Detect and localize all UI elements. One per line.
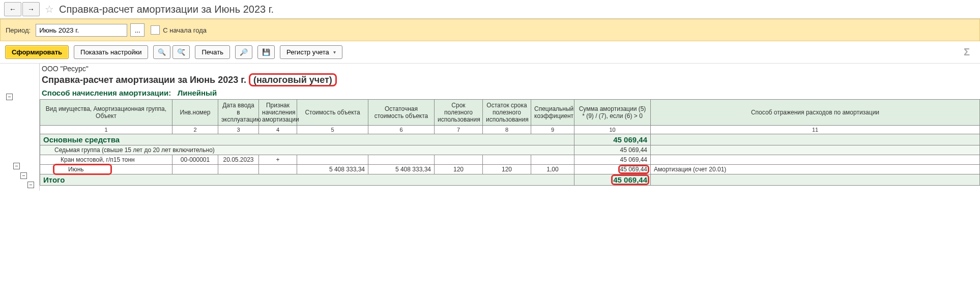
search-icon: 🔍 bbox=[158, 48, 166, 56]
nav-forward-button[interactable]: → bbox=[22, 2, 40, 16]
favorite-star-icon[interactable]: ☆ bbox=[45, 3, 54, 15]
arrow-left-icon: ← bbox=[9, 5, 16, 13]
outline-toggle[interactable]: − bbox=[13, 163, 20, 169]
outline-toggle[interactable]: − bbox=[27, 182, 34, 188]
col-header: Остаток срока полезного использования bbox=[483, 100, 531, 126]
search-next-button[interactable]: 🔍̃ bbox=[172, 45, 190, 59]
col-header: Стоимость объекта bbox=[297, 100, 368, 126]
col-header: Остаточная стоимость объекта bbox=[368, 100, 435, 126]
col-header: Способ отражения расходов по амортизации bbox=[651, 100, 980, 126]
period-picker-button[interactable]: ... bbox=[130, 23, 145, 37]
preview-icon: 🔎 bbox=[240, 48, 248, 56]
total-highlight: 45 069,44 bbox=[613, 175, 647, 184]
table-row[interactable]: Июнь 5 408 333,34 5 408 333,34 120 120 1… bbox=[40, 165, 980, 174]
col-header: Признак начисления амортизации bbox=[259, 100, 297, 126]
show-settings-button[interactable]: Показать настройки bbox=[74, 45, 148, 59]
method-label: Способ начисления амортизации: bbox=[42, 88, 171, 97]
from-year-start-checkbox[interactable] bbox=[151, 25, 160, 35]
method-value: Линейный bbox=[178, 88, 217, 97]
table-row[interactable]: Седьмая группа (свыше 15 лет до 20 лет в… bbox=[40, 145, 980, 155]
table-row[interactable]: Основные средства 45 069,44 bbox=[40, 134, 980, 145]
chevron-down-icon: ▾ bbox=[333, 49, 336, 55]
period-input[interactable] bbox=[36, 24, 127, 37]
period-label: Период: bbox=[6, 26, 31, 34]
print-button[interactable]: Печать bbox=[195, 45, 230, 59]
search-button[interactable]: 🔍 bbox=[153, 45, 170, 59]
arrow-right-icon: → bbox=[27, 5, 35, 13]
col-header: Сумма амортизации (5) * (9) / (7), если … bbox=[574, 100, 651, 126]
nav-back-button[interactable]: ← bbox=[4, 2, 21, 16]
search-next-icon: 🔍̃ bbox=[177, 48, 185, 56]
outline-toggle[interactable]: − bbox=[6, 94, 13, 100]
sum-highlight: 45 069,44 bbox=[620, 166, 647, 173]
col-header: Вид имущества, Амортизационная группа, О… bbox=[40, 100, 172, 126]
table-row[interactable]: Кран мостовой, г/п15 тонн 00-000001 20.0… bbox=[40, 155, 980, 165]
table-row[interactable]: Итого 45 069,44 bbox=[40, 174, 980, 186]
month-highlight: Июнь bbox=[68, 166, 84, 173]
tax-accounting-highlight: (налоговый учет) bbox=[249, 73, 337, 86]
from-year-start-label: С начала года bbox=[163, 26, 207, 34]
generate-button[interactable]: Сформировать bbox=[5, 45, 69, 59]
print-preview-button[interactable]: 🔎 bbox=[235, 45, 252, 59]
report-title: Справка-расчет амортизации за Июнь 2023 … bbox=[40, 74, 980, 86]
save-icon: 💾 bbox=[262, 48, 270, 56]
page-title: Справка-расчет амортизации за Июнь 2023 … bbox=[59, 4, 274, 15]
col-header: Специальный коэффициент bbox=[531, 100, 574, 126]
outline-gutter: − − − − bbox=[0, 64, 40, 191]
accounting-register-button[interactable]: Регистр учета▾ bbox=[280, 45, 342, 59]
save-button[interactable]: 💾 bbox=[257, 45, 275, 59]
col-header: Дата ввода в эксплуатацию bbox=[218, 100, 259, 126]
outline-toggle[interactable]: − bbox=[20, 172, 27, 179]
sum-icon[interactable]: Σ bbox=[959, 46, 975, 58]
col-header: Срок полезного использования bbox=[435, 100, 483, 126]
organization-name: ООО "Ресурс" bbox=[40, 64, 980, 74]
col-header: Инв.номер bbox=[172, 100, 218, 126]
report-table: Вид имущества, Амортизационная группа, О… bbox=[40, 99, 980, 186]
